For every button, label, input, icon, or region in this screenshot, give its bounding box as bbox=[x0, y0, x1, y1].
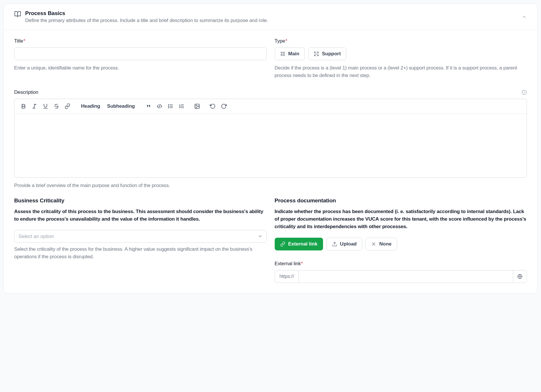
business-criticality-section: Business Criticality Assess the critcali… bbox=[14, 197, 267, 283]
undo-button[interactable] bbox=[208, 102, 217, 111]
type-field-group: Type* Main Support Decide if the process… bbox=[275, 38, 527, 79]
type-option-main-label: Main bbox=[288, 51, 300, 57]
svg-point-27 bbox=[196, 105, 197, 106]
bold-button[interactable] bbox=[19, 102, 28, 111]
underline-button[interactable] bbox=[41, 102, 50, 111]
svg-line-4 bbox=[317, 52, 318, 53]
documentation-title: Process documentation bbox=[275, 197, 527, 204]
rich-text-editor: Heading Subheading bbox=[14, 99, 527, 178]
blockquote-button[interactable] bbox=[144, 102, 153, 111]
description-label: Description bbox=[14, 89, 38, 95]
strikethrough-button[interactable] bbox=[52, 102, 61, 111]
criticality-select[interactable]: Select an option bbox=[14, 230, 267, 243]
description-field-group: Description Heading Subheading bbox=[14, 89, 527, 189]
chevron-up-icon[interactable] bbox=[522, 14, 527, 19]
external-link-input[interactable] bbox=[298, 270, 513, 283]
svg-line-7 bbox=[314, 54, 316, 56]
type-option-main[interactable]: Main bbox=[275, 47, 305, 60]
required-asterisk: * bbox=[23, 38, 25, 44]
image-button[interactable] bbox=[193, 102, 201, 111]
title-field-group: Title* Enter a unique, identifiable name… bbox=[14, 38, 267, 79]
required-asterisk: * bbox=[285, 38, 287, 44]
type-option-support-label: Support bbox=[322, 51, 341, 57]
redo-button[interactable] bbox=[219, 102, 228, 111]
criticality-help: Select the criticality of the process fo… bbox=[14, 246, 267, 260]
url-prefix: https:// bbox=[275, 270, 299, 283]
required-asterisk: * bbox=[301, 261, 303, 266]
title-label: Title bbox=[14, 38, 23, 44]
book-open-icon bbox=[14, 11, 21, 18]
subheading-button[interactable]: Subheading bbox=[105, 102, 137, 111]
collapse-arrows-icon bbox=[280, 51, 285, 56]
editor-toolbar: Heading Subheading bbox=[14, 99, 527, 114]
title-input[interactable] bbox=[14, 47, 267, 60]
info-icon[interactable] bbox=[522, 90, 527, 95]
x-icon bbox=[371, 241, 376, 247]
title-help: Enter a unique, identifiable name for th… bbox=[14, 64, 267, 72]
italic-button[interactable] bbox=[30, 102, 39, 111]
doc-option-external[interactable]: External link bbox=[275, 238, 323, 250]
description-textarea[interactable] bbox=[14, 114, 527, 177]
doc-option-upload[interactable]: Upload bbox=[327, 238, 362, 250]
description-help: Provide a brief overview of the main pur… bbox=[14, 182, 527, 189]
doc-option-external-label: External link bbox=[288, 241, 318, 247]
type-help: Decide if the process is a (level 1) mai… bbox=[275, 64, 527, 79]
process-documentation-section: Process documentation Indicate whether t… bbox=[275, 197, 527, 283]
svg-line-13 bbox=[34, 104, 35, 108]
expand-arrows-icon bbox=[314, 51, 319, 56]
doc-option-none-label: None bbox=[379, 241, 392, 247]
process-basics-panel: Process Basics Define the primary attrib… bbox=[3, 3, 538, 294]
panel-subtitle: Define the primary attributes of the pro… bbox=[25, 18, 522, 23]
type-label: Type bbox=[275, 38, 285, 44]
documentation-desc: Indicate whether the process has been do… bbox=[275, 208, 527, 231]
bullet-list-button[interactable] bbox=[166, 102, 175, 111]
type-option-support[interactable]: Support bbox=[308, 47, 346, 60]
panel-header[interactable]: Process Basics Define the primary attrib… bbox=[4, 4, 537, 30]
svg-line-5 bbox=[314, 52, 316, 53]
globe-icon bbox=[517, 274, 522, 279]
svg-point-20 bbox=[168, 105, 169, 105]
svg-point-21 bbox=[168, 106, 169, 107]
doc-option-none[interactable]: None bbox=[366, 238, 397, 250]
upload-icon bbox=[332, 241, 337, 247]
svg-line-6 bbox=[317, 54, 318, 56]
svg-point-22 bbox=[168, 107, 169, 108]
external-link-label: External link bbox=[275, 261, 301, 266]
criticality-desc: Assess the critcality of this process to… bbox=[14, 208, 267, 223]
code-button[interactable] bbox=[155, 102, 164, 111]
link-button[interactable] bbox=[63, 102, 72, 111]
doc-option-upload-label: Upload bbox=[340, 241, 357, 247]
external-link-input-group: https:// bbox=[275, 270, 527, 283]
open-link-button[interactable] bbox=[513, 270, 527, 283]
heading-button[interactable]: Heading bbox=[79, 102, 102, 111]
panel-title: Process Basics bbox=[25, 10, 522, 17]
numbered-list-button[interactable] bbox=[177, 102, 186, 111]
criticality-title: Business Criticality bbox=[14, 197, 267, 204]
svg-line-16 bbox=[159, 104, 160, 108]
link-icon bbox=[280, 241, 285, 247]
